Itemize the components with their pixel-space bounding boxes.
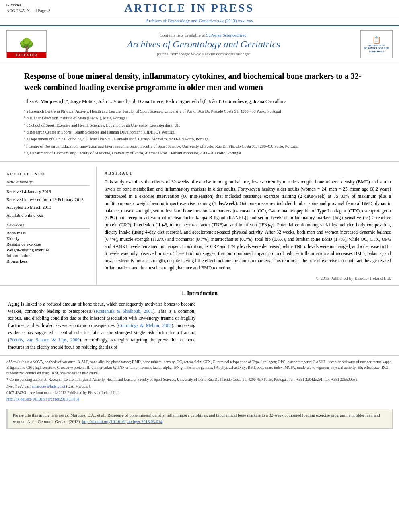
right-logo-box: 📋 ARCHIVES OF GERONTOLOGY AND GERIATRICS <box>360 30 393 58</box>
corresponding-text: * Corresponding author at: Research Cent… <box>6 378 358 382</box>
sciverse-link[interactable]: SciVerse ScienceDirect <box>206 33 247 37</box>
accepted-date: Accepted 26 March 2013 <box>6 204 90 211</box>
tree-icon: 🌳 <box>19 39 35 51</box>
page-wrapper: G Model AGG-2845; No. of Pages 8 ARTICLE… <box>0 0 399 429</box>
footnote-section: Abbreviations: ANOVA, analysis of varian… <box>0 355 399 406</box>
article-in-press-banner: ARTICLE IN PRESS <box>50 2 328 14</box>
citation-text: Please cite this article in press as: Ma… <box>13 413 380 424</box>
aff-g: g g Department of Biochemistry, Faculty … <box>24 150 375 156</box>
ref-peeters[interactable]: Peeters, van Schoor, & Lips, 2009 <box>10 337 80 342</box>
abstract-col: ABSTRACT This study examines the effects… <box>97 167 399 285</box>
email-name: (E.A. Marques). <box>66 384 91 388</box>
keyword-4: Weight-bearing exercise <box>6 247 90 252</box>
g-model-label: G Model <box>6 2 50 8</box>
g-model-info: G Model AGG-2845; No. of Pages 8 <box>6 2 50 14</box>
aff-e: e e Department of Clinical Pathology, S.… <box>24 136 375 142</box>
aff-f: f f Centre of Research, Education, Innov… <box>24 143 375 150</box>
contents-line: Contents lists available at SciVerse Sci… <box>51 33 356 37</box>
email-link[interactable]: emarques@fade.up.pt <box>32 384 65 388</box>
elsevier-label: ELSEVIER <box>7 52 46 58</box>
copyright-line: © 2013 Published by Elsevier Ireland Ltd… <box>105 276 391 281</box>
available-online: Available online xxx <box>6 212 90 219</box>
affiliations: a a Research Centre in Physical Activity… <box>24 108 375 156</box>
aff-a: a a Research Centre in Physical Activity… <box>24 108 375 115</box>
email-label: E-mail address: <box>6 384 32 388</box>
received-date: Received 4 January 2013 <box>6 188 90 195</box>
article-info-col: ARTICLE INFO Article history: Received 4… <box>0 167 97 285</box>
aip-text: ARTICLE IN PRESS <box>50 2 328 14</box>
article-main-title: Response of bone mineral density, inflam… <box>24 70 375 93</box>
ref-cummings[interactable]: Cummings & Melton, 2002 <box>118 323 172 328</box>
journal-center: Contents lists available at SciVerse Sci… <box>51 33 356 56</box>
email-fn: E-mail address: emarques@fade.up.pt (E.A… <box>6 384 393 389</box>
two-col-section: ARTICLE INFO Article history: Received 4… <box>0 162 399 285</box>
citation-link[interactable]: http://dx.doi.org/10.1016/j.archger.2013… <box>82 419 162 424</box>
elsevier-logo-box: 🌳 ELSEVIER <box>6 30 47 58</box>
intro-section: 1. Introduction Aging is linked to a red… <box>0 285 399 355</box>
intro-heading: 1. Introduction <box>8 290 391 297</box>
article-info-heading: ARTICLE INFO <box>6 172 90 176</box>
abbreviations-fn: Abbreviations: ANOVA, analysis of varian… <box>6 359 393 376</box>
journal-ref-line: Archives of Gerontology and Geriatrics x… <box>0 16 399 26</box>
corresponding-fn: * Corresponding author at: Research Cent… <box>6 377 393 382</box>
issn-text: 0167-4943/$ – see front matter © 2013 Pu… <box>6 391 119 395</box>
journal-logo-left: 🌳 ELSEVIER <box>6 30 51 58</box>
intro-paragraph: Aging is linked to a reduced amount of b… <box>8 301 195 351</box>
intro-left-col: Aging is linked to a reduced amount of b… <box>8 301 195 351</box>
agg-ref: AGG-2845; No. of Pages 8 <box>6 8 50 14</box>
keyword-1: Bone mass <box>6 230 90 235</box>
abstract-heading: ABSTRACT <box>105 171 391 175</box>
aff-d: d d Research Center in Sports, Health Sc… <box>24 129 375 136</box>
top-banner-strip: G Model AGG-2845; No. of Pages 8 ARTICLE… <box>0 0 399 16</box>
keyword-6: Biomarkers <box>6 259 90 263</box>
journal-ref-text: Archives of Gerontology and Geriatrics x… <box>146 18 253 23</box>
keywords-heading: Keywords: <box>6 222 90 229</box>
keyword-2: Elderly <box>6 236 90 241</box>
intro-two-col: Aging is linked to a reduced amount of b… <box>8 301 391 351</box>
doi-link[interactable]: http://dx.doi.org/10.1016/j.archger.2013… <box>6 397 79 401</box>
keyword-3: Resistance exercise <box>6 242 90 246</box>
keyword-5: Inflammation <box>6 253 90 258</box>
authors-line: Elisa A. Marques a,b,*, Jorge Mota a, Jo… <box>24 98 375 105</box>
doi-fn: http://dx.doi.org/10.1016/j.archger.2013… <box>6 396 393 402</box>
received-revised-date: Received in revised form 19 February 201… <box>6 196 90 203</box>
journal-homepage: journal homepage: www.elsevier.com/locat… <box>51 51 356 56</box>
issn-fn: 0167-4943/$ – see front matter © 2013 Pu… <box>6 390 393 396</box>
abstract-text: This study examines the effects of 32 we… <box>105 179 391 272</box>
aff-c: c c School of Sport, Exercise and Health… <box>24 122 375 129</box>
citation-bar: Please cite this article in press as: Ma… <box>6 409 393 429</box>
aff-b: b b Higher Education Institute of Maia (… <box>24 115 375 121</box>
journal-header: 🌳 ELSEVIER Contents lists available at S… <box>0 26 399 62</box>
ref-kostenuik[interactable]: Kostenuik & Shalhoub, 2001 <box>96 309 153 314</box>
article-title-section: Response of bone mineral density, inflam… <box>0 62 399 161</box>
history-heading: Article history: <box>6 179 90 186</box>
abbreviations-text: Abbreviations: ANOVA, analysis of varian… <box>6 360 391 376</box>
journal-title: Archives of Gerontology and Geriatrics <box>51 39 356 50</box>
intro-right-col <box>204 301 391 351</box>
right-logo-title: ARCHIVES OF GERONTOLOGY AND GERIATRICS <box>362 44 391 53</box>
journal-logo-right: 📋 ARCHIVES OF GERONTOLOGY AND GERIATRICS <box>356 30 393 58</box>
